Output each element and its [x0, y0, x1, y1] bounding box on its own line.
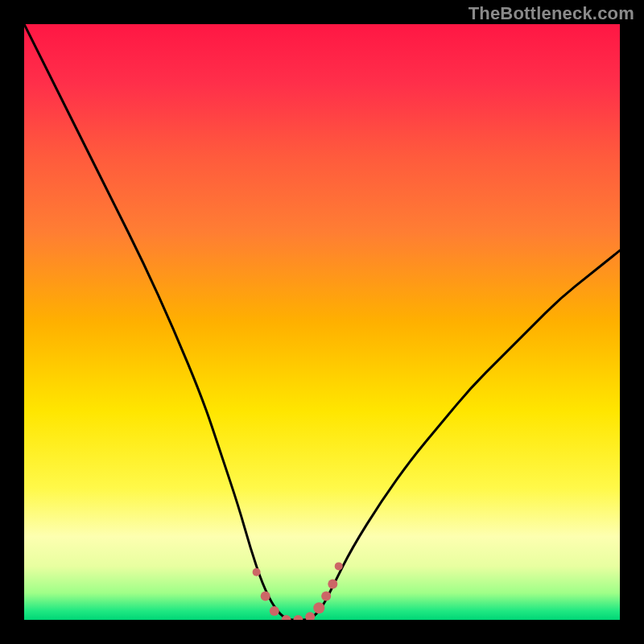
optimal-marker — [293, 615, 303, 620]
optimal-marker — [328, 580, 337, 589]
watermark-text: TheBottleneck.com — [469, 3, 634, 24]
optimal-marker — [270, 606, 279, 616]
optimal-marker — [261, 591, 270, 601]
optimal-marker — [335, 562, 343, 570]
plot-area — [24, 24, 620, 620]
optimal-marker — [321, 591, 331, 601]
chart-frame: TheBottleneck.com — [0, 0, 644, 644]
bottleneck-curve — [24, 24, 620, 620]
optimal-marker — [313, 602, 324, 613]
optimal-marker — [305, 612, 315, 620]
optimal-marker — [253, 568, 261, 576]
